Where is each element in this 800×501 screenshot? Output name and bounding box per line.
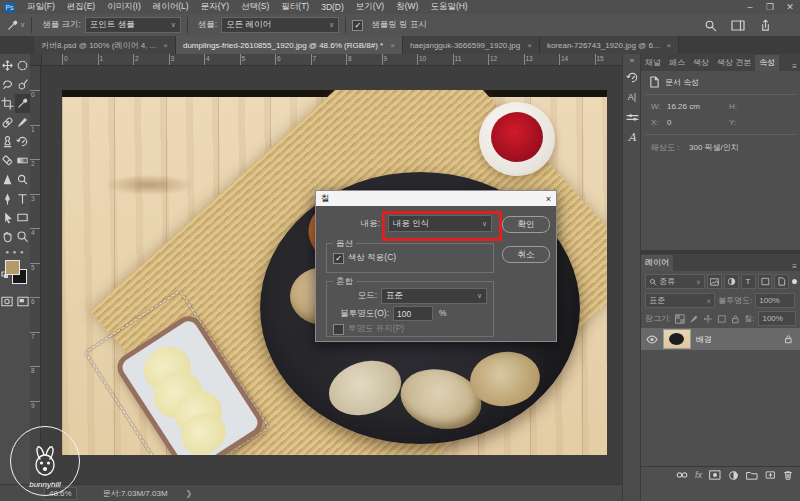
clone-stamp-tool[interactable] bbox=[0, 132, 15, 151]
preserve-transparency-checkbox[interactable] bbox=[333, 324, 344, 335]
screen-mode-icon[interactable] bbox=[17, 296, 29, 307]
sample-dropdown[interactable]: 모든 레이어 ∨ bbox=[221, 17, 339, 33]
new-adjustment-icon[interactable] bbox=[728, 470, 739, 481]
brush-tool[interactable] bbox=[15, 113, 30, 132]
tab-korean-jpg[interactable]: korean-726743_1920.jpg @ 6... × bbox=[540, 36, 679, 54]
layer-filter-dropdown[interactable]: 종류 ∨ bbox=[645, 274, 705, 289]
marquee-tool[interactable] bbox=[15, 56, 30, 75]
tab-color[interactable]: 색상 bbox=[689, 55, 713, 71]
dialog-title-bar[interactable]: 칠 × bbox=[316, 191, 556, 206]
close-tab-icon[interactable]: × bbox=[527, 41, 532, 50]
lasso-tool[interactable] bbox=[0, 75, 15, 94]
edit-toolbar-dots-icon[interactable]: ● ● ● bbox=[0, 249, 30, 255]
close-button[interactable]: ✕ bbox=[780, 2, 800, 12]
dialog-close-icon[interactable]: × bbox=[546, 194, 551, 204]
spot-healing-brush-tool[interactable] bbox=[0, 113, 15, 132]
glyphs-panel-icon[interactable]: A bbox=[623, 127, 641, 147]
share-icon[interactable] bbox=[759, 19, 772, 32]
filter-smart-object-icon[interactable] bbox=[774, 274, 789, 289]
hand-tool[interactable] bbox=[0, 227, 15, 246]
filter-adjustment-icon[interactable] bbox=[724, 274, 739, 289]
tab-dumplings-jpg-active[interactable]: dumplings-fried-2610855_1920.jpg @ 48.6%… bbox=[176, 36, 403, 54]
minimize-button[interactable]: – bbox=[740, 2, 760, 12]
filter-toggle-dot[interactable] bbox=[792, 279, 797, 284]
layer-style-fx-icon[interactable]: fx bbox=[695, 470, 702, 480]
eyedropper-tool[interactable] bbox=[15, 94, 30, 113]
crop-tool[interactable] bbox=[0, 94, 15, 113]
cancel-button[interactable]: 취소 bbox=[502, 246, 550, 263]
maximize-button[interactable]: ❐ bbox=[760, 2, 780, 12]
lock-all-icon[interactable] bbox=[731, 314, 740, 324]
new-layer-icon[interactable] bbox=[765, 470, 776, 480]
menu-item[interactable]: 필터(T) bbox=[275, 1, 315, 13]
sampling-ring-checkbox[interactable]: ✓ bbox=[352, 20, 363, 31]
type-tool[interactable] bbox=[15, 189, 30, 208]
tab-paths[interactable]: 패스 bbox=[665, 55, 689, 71]
move-tool[interactable] bbox=[0, 56, 15, 75]
sample-size-dropdown[interactable]: 포인트 샘플 ∨ bbox=[85, 17, 181, 33]
link-layers-icon[interactable] bbox=[676, 471, 688, 479]
tab-properties[interactable]: 속성 bbox=[755, 55, 779, 71]
menu-item[interactable]: 창(W) bbox=[390, 1, 424, 13]
mode-dropdown[interactable]: 표준 ∨ bbox=[381, 288, 487, 304]
eraser-tool[interactable] bbox=[0, 151, 15, 170]
menu-item[interactable]: 도움말(H) bbox=[424, 1, 473, 13]
menu-item[interactable]: 편집(E) bbox=[61, 1, 101, 13]
zoom-tool[interactable] bbox=[15, 227, 30, 246]
tab-layers[interactable]: 레이어 bbox=[641, 255, 673, 271]
tool-preset-chevron-icon[interactable]: ∨ bbox=[20, 21, 25, 29]
path-selection-tool[interactable] bbox=[0, 208, 15, 227]
menu-item[interactable]: 보기(V) bbox=[350, 1, 390, 13]
workspace-icon[interactable] bbox=[731, 19, 745, 32]
lock-transparency-icon[interactable] bbox=[675, 314, 685, 324]
filter-type-icon[interactable]: T bbox=[741, 274, 756, 289]
status-chevron-icon[interactable]: ❯ bbox=[186, 489, 193, 498]
panel-menu-icon[interactable]: ≡ bbox=[788, 62, 800, 71]
color-adaptation-checkbox[interactable]: ✓ bbox=[333, 253, 344, 264]
close-tab-icon[interactable]: × bbox=[163, 41, 168, 50]
sharpen-tool[interactable] bbox=[0, 170, 15, 189]
filter-shape-icon[interactable] bbox=[758, 274, 773, 289]
layer-thumbnail[interactable] bbox=[663, 329, 691, 349]
menu-item[interactable]: 3D(D) bbox=[315, 2, 350, 12]
menu-item[interactable]: 레이어(L) bbox=[147, 1, 195, 13]
foreground-color-swatch[interactable] bbox=[5, 260, 20, 275]
layer-visibility-eye-icon[interactable] bbox=[641, 335, 663, 344]
new-group-folder-icon[interactable] bbox=[746, 470, 758, 480]
history-brush-tool[interactable] bbox=[15, 132, 30, 151]
collapse-panels-icon[interactable]: » bbox=[630, 54, 634, 67]
lock-position-icon[interactable] bbox=[703, 314, 713, 324]
filter-image-icon[interactable] bbox=[707, 274, 722, 289]
quick-selection-tool[interactable] bbox=[15, 75, 30, 94]
menu-item[interactable]: 이미지(I) bbox=[101, 1, 147, 13]
dodge-tool[interactable] bbox=[15, 170, 30, 189]
rectangle-shape-tool[interactable] bbox=[15, 208, 30, 227]
ok-button[interactable]: 확인 bbox=[502, 216, 550, 233]
layers-opacity-dropdown[interactable]: 100% bbox=[755, 293, 795, 308]
tab-haejangguk-jpg[interactable]: haejangguk-3666599_1920.jpg × bbox=[403, 36, 540, 54]
fill-dropdown[interactable]: 100% bbox=[758, 311, 796, 326]
menu-item[interactable]: 파일(F) bbox=[21, 1, 61, 13]
close-tab-icon[interactable]: × bbox=[390, 41, 395, 50]
gradient-tool[interactable] bbox=[15, 151, 30, 170]
close-tab-icon[interactable]: × bbox=[667, 41, 672, 50]
menu-item[interactable]: 선택(S) bbox=[235, 1, 275, 13]
quick-mask-icon[interactable] bbox=[1, 296, 13, 307]
character-panel-icon[interactable]: A| bbox=[623, 87, 641, 107]
history-panel-icon[interactable] bbox=[623, 67, 641, 87]
lock-pixels-icon[interactable] bbox=[689, 314, 699, 324]
add-mask-icon[interactable] bbox=[709, 470, 721, 480]
tab-swatches[interactable]: 색상 견본 bbox=[713, 55, 755, 71]
pen-tool[interactable] bbox=[0, 189, 15, 208]
tab-cover-psd[interactable]: 커버8.psd @ 100% (레이어 4, ... × bbox=[34, 36, 176, 54]
search-icon[interactable] bbox=[704, 19, 717, 32]
tab-channels[interactable]: 채널 bbox=[641, 55, 665, 71]
delete-layer-trash-icon[interactable] bbox=[783, 470, 793, 481]
panel-menu-icon[interactable]: ≡ bbox=[788, 262, 800, 271]
opacity-input[interactable]: 100 bbox=[393, 306, 433, 321]
layer-row-background[interactable]: 배경 bbox=[641, 328, 800, 350]
menu-item[interactable]: 문자(Y) bbox=[195, 1, 235, 13]
eyedropper-tool-icon[interactable] bbox=[5, 16, 20, 35]
blend-mode-dropdown[interactable]: 표준 ∨ bbox=[645, 293, 715, 308]
lock-artboard-icon[interactable] bbox=[717, 314, 727, 324]
